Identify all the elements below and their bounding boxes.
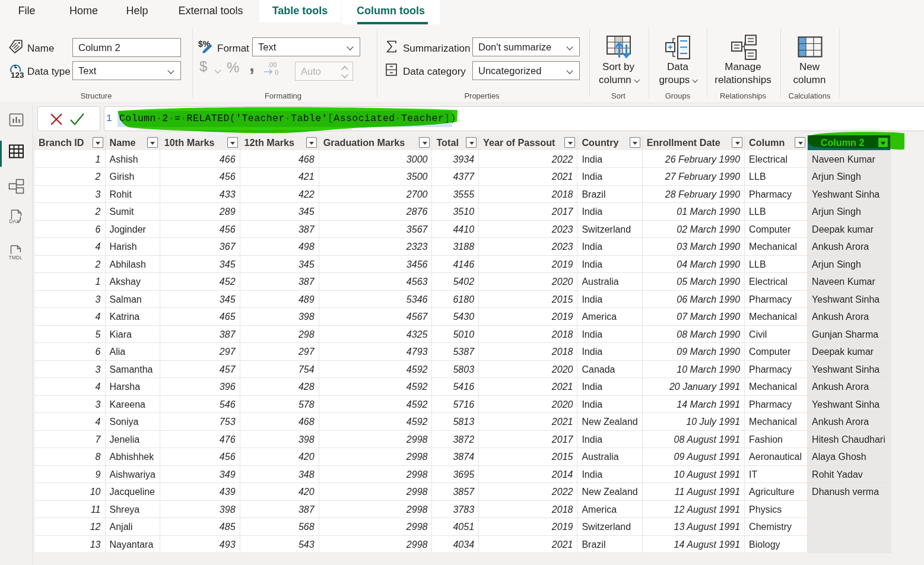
svg-text:DAX: DAX xyxy=(9,218,20,224)
svg-text:.00: .00 xyxy=(268,61,277,68)
svg-text:123: 123 xyxy=(11,71,24,80)
svg-text:TMDL: TMDL xyxy=(9,255,23,261)
svg-text:0: 0 xyxy=(275,69,278,76)
